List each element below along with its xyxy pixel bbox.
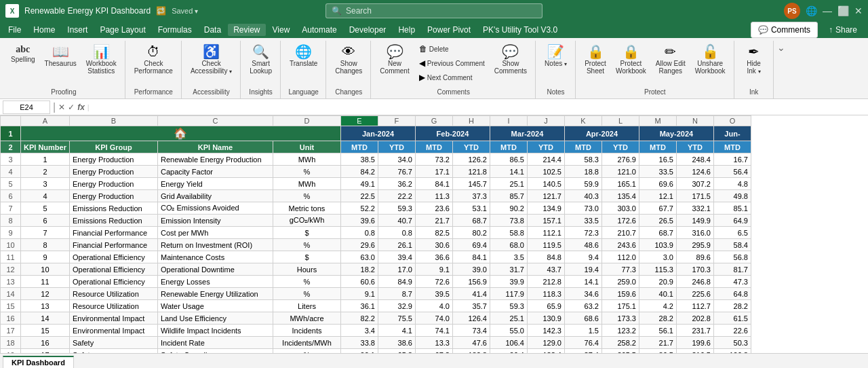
cancel-icon[interactable]: ✕ (58, 103, 65, 112)
table-row[interactable]: 9 7 Financial Performance Cost per MWh $… (1, 227, 751, 239)
user-avatar[interactable]: PS (784, 3, 800, 19)
table-row[interactable]: 18 16 Safety Incident Rate Incidents/MWh… (1, 337, 751, 349)
col-header-a[interactable]: A (21, 116, 70, 126)
allow-edit-icon: ✏ (665, 45, 676, 58)
menu-power-pivot[interactable]: Power Pivot (422, 24, 476, 36)
menu-automate[interactable]: Automate (296, 24, 342, 36)
month-jan: Jan-2024 (340, 126, 415, 141)
protect-sheet-button[interactable]: 🔒 ProtectSheet (580, 42, 610, 77)
workbook-statistics-button[interactable]: 📊 WorkbookStatistics (82, 42, 121, 77)
menu-insert[interactable]: Insert (62, 24, 93, 36)
proofing-label: Proofing (51, 88, 76, 97)
col-header-j[interactable]: J (527, 116, 564, 126)
menu-developer[interactable]: Developer (344, 24, 392, 36)
restore-icon[interactable]: ⬜ (837, 5, 849, 16)
table-row[interactable]: 3 1 Energy Production Renewable Energy P… (1, 153, 751, 166)
search-box[interactable]: 🔍 Search (326, 3, 542, 18)
cell-reference-box[interactable] (3, 100, 50, 114)
col-header-n[interactable]: N (676, 116, 713, 126)
workbook-title: Renewable Energy KPI Dashboard (24, 6, 151, 16)
sheet-tab-kpi-dashboard[interactable]: KPI Dashboard (3, 356, 74, 368)
ribbon-expand-icon[interactable]: ⌄ (777, 42, 785, 53)
prev-comment-button[interactable]: ◀ Previous Comment (415, 56, 489, 70)
table-row[interactable]: 13 11 Operational Efficiency Energy Loss… (1, 276, 751, 288)
table-row[interactable]: 11 9 Operational Efficiency Maintenance … (1, 251, 751, 263)
ribbon-collapse-icon[interactable]: — (823, 5, 832, 16)
show-comments-button[interactable]: 💬 ShowComments (490, 42, 531, 77)
menu-view[interactable]: View (267, 24, 296, 36)
ribbon-group-proofing: abc Spelling 📖 Thesaurus 📊 WorkbookStati… (3, 41, 125, 98)
protect-workbook-button[interactable]: 🔒 ProtectWorkbook (612, 42, 650, 77)
table-row[interactable]: 8 6 Emissions Reduction Emission Intensi… (1, 215, 751, 227)
show-comments-icon: 💬 (502, 45, 519, 58)
check-accessibility-button[interactable]: ♿ CheckAccessibility ▾ (186, 42, 236, 77)
hide-ink-button[interactable]: ✒ HideInk ▾ (739, 42, 769, 77)
notes-button[interactable]: 📝 Notes ▾ (540, 42, 571, 70)
col-header-g[interactable]: G (415, 116, 452, 126)
next-comment-button[interactable]: ▶ Next Comment (415, 71, 489, 84)
table-row[interactable]: 17 15 Environmental Impact Wildlife Impa… (1, 325, 751, 337)
col-header-o[interactable]: O (713, 116, 751, 126)
menu-formulas[interactable]: Formulas (153, 24, 197, 36)
table-row[interactable]: 15 13 Resource Utilization Water Usage L… (1, 300, 751, 312)
month-mar: Mar-2024 (490, 126, 564, 141)
ribbon-group-performance: ⏱ CheckPerformance Performance (126, 41, 182, 98)
confirm-icon[interactable]: ✓ (68, 103, 75, 112)
search-icon: 🔍 (332, 6, 342, 16)
menu-file[interactable]: File (3, 24, 26, 36)
translate-button[interactable]: 🌐 Translate (285, 42, 321, 70)
thesaurus-button[interactable]: 📖 Thesaurus (41, 42, 81, 70)
col-header-m[interactable]: M (639, 116, 676, 126)
sheet-area[interactable]: A B C D E F G H I J K L M N O (0, 115, 868, 353)
table-row[interactable]: 5 3 Energy Production Energy Yield MWh 4… (1, 178, 751, 190)
spelling-button[interactable]: abc Spelling (7, 42, 39, 66)
accessibility-label: Accessibility (193, 88, 229, 97)
ribbon-group-accessibility: ♿ CheckAccessibility ▾ Accessibility (182, 41, 241, 98)
unshare-workbook-button[interactable]: 🔓 UnshareWorkbook (691, 42, 730, 77)
menu-utility-tool[interactable]: PK's Utility Tool V3.0 (477, 24, 563, 36)
table-row[interactable]: 10 8 Financial Performance Return on Inv… (1, 239, 751, 251)
header-l: YTD (601, 141, 639, 153)
table-row[interactable]: 19 17 Safety Safety Compliance % 90.1 65… (1, 349, 751, 354)
col-header-i[interactable]: I (490, 116, 527, 126)
col-header-d[interactable]: D (273, 116, 340, 126)
menu-help[interactable]: Help (393, 24, 420, 36)
table-row[interactable]: 14 12 Resource Utilization Renewable Ene… (1, 288, 751, 300)
share-button[interactable]: ↑ Share (821, 22, 865, 38)
show-changes-button[interactable]: 👁 ShowChanges (331, 42, 366, 77)
help-icon[interactable]: 🌐 (806, 5, 817, 16)
table-row[interactable]: 4 2 Energy Production Capacity Factor % … (1, 166, 751, 178)
ribbon-group-notes: 📝 Notes ▾ Notes (536, 41, 576, 98)
col-header-c[interactable]: C (157, 116, 273, 126)
comments-button[interactable]: 💬 Comments (751, 22, 818, 38)
menu-page-layout[interactable]: Page Layout (94, 24, 151, 36)
insert-function-icon[interactable]: fx (77, 103, 85, 112)
header-unit: Unit (273, 141, 340, 153)
home-cell[interactable]: 🏠 (21, 126, 341, 141)
table-row[interactable]: 6 4 Energy Production Grid Availability … (1, 190, 751, 202)
col-header-k[interactable]: K (564, 116, 601, 126)
allow-edit-ranges-button[interactable]: ✏ Allow EditRanges (652, 42, 690, 77)
col-header-e[interactable]: E (340, 116, 378, 126)
delete-comment-button[interactable]: 🗑 Delete (415, 42, 489, 56)
table-row[interactable]: 16 14 Environmental Impact Land Use Effi… (1, 312, 751, 325)
performance-label: Performance (134, 88, 173, 97)
col-header-h[interactable]: H (452, 116, 490, 126)
menu-home[interactable]: Home (28, 24, 60, 36)
notes-icon: 📝 (547, 45, 564, 58)
menu-data[interactable]: Data (199, 24, 226, 36)
table-row[interactable]: 12 10 Operational Efficiency Operational… (1, 263, 751, 276)
menu-review[interactable]: Review (228, 24, 265, 36)
col-header-l[interactable]: L (601, 116, 639, 126)
new-comment-button[interactable]: 💬 NewComment (376, 42, 413, 77)
col-header-f[interactable]: F (378, 116, 415, 126)
col-header-b[interactable]: B (69, 116, 157, 126)
table-row[interactable]: 7 5 Emissions Reduction CO₂ Emissions Av… (1, 202, 751, 215)
ribbon-group-ink: ✒ HideInk ▾ Ink (735, 41, 774, 98)
smart-lookup-button[interactable]: 🔍 SmartLookup (245, 42, 276, 77)
close-icon[interactable]: ✕ (854, 5, 863, 16)
ribbon: abc Spelling 📖 Thesaurus 📊 WorkbookStati… (0, 38, 868, 99)
header-f: YTD (378, 141, 415, 153)
formula-separator-2: | (87, 103, 90, 111)
check-performance-button[interactable]: ⏱ CheckPerformance (130, 42, 177, 77)
